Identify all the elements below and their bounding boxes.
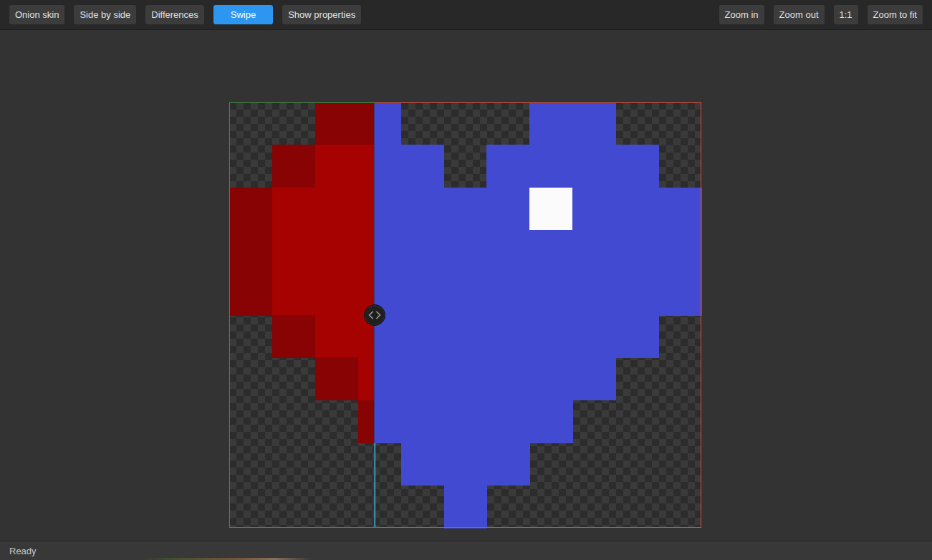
zoom-to-fit-button[interactable]: Zoom to fit	[868, 5, 923, 24]
new-image-border-top	[375, 102, 702, 103]
zoom-in-button[interactable]: Zoom in	[719, 5, 764, 24]
viewer-canvas	[0, 31, 932, 541]
status-bar: Ready	[0, 541, 932, 560]
differences-button[interactable]: Differences	[145, 5, 204, 24]
view-mode-buttons: Onion skin Side by side Differences Swip…	[9, 5, 361, 24]
new-image-border-bottom	[375, 527, 702, 528]
zoom-out-button[interactable]: Zoom out	[774, 5, 825, 24]
toolbar: Onion skin Side by side Differences Swip…	[0, 0, 932, 30]
new-image-border-right	[701, 102, 701, 528]
side-by-side-button[interactable]: Side by side	[74, 5, 136, 24]
chevron-right-icon	[375, 311, 381, 319]
image-borders	[229, 102, 701, 528]
old-image-border-bottom	[229, 527, 375, 528]
zoom-buttons: Zoom in Zoom out 1:1 Zoom to fit	[719, 5, 923, 24]
swipe-button[interactable]: Swipe	[213, 5, 273, 24]
old-image-border-left	[229, 102, 230, 528]
onion-skin-button[interactable]: Onion skin	[9, 5, 64, 24]
swipe-handle[interactable]	[364, 304, 385, 326]
show-properties-button[interactable]: Show properties	[282, 5, 361, 24]
chevron-left-icon	[368, 311, 374, 319]
one-to-one-button[interactable]: 1:1	[834, 5, 858, 24]
old-image-border-top	[229, 102, 375, 103]
image-diff-viewer	[229, 102, 701, 528]
status-text: Ready	[9, 546, 37, 556]
